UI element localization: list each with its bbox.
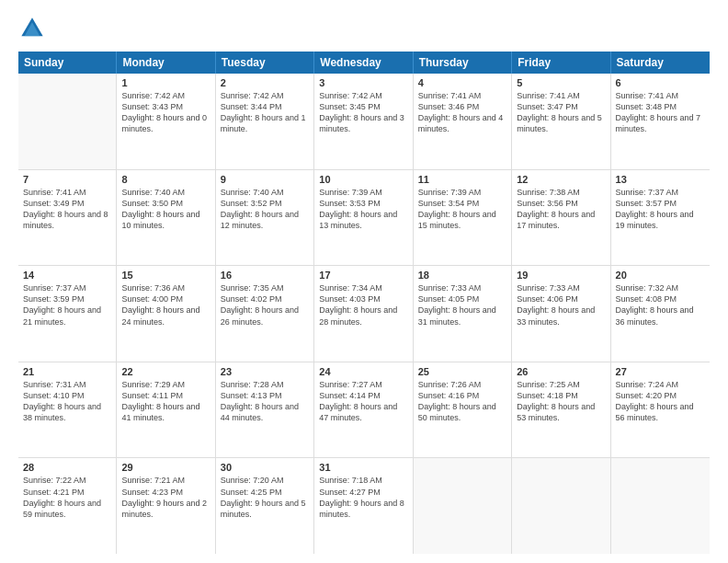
calendar-day-15: 15Sunrise: 7:36 AMSunset: 4:00 PMDayligh… <box>117 266 215 362</box>
calendar-empty-cell <box>414 458 512 554</box>
calendar-day-27: 27Sunrise: 7:24 AMSunset: 4:20 PMDayligh… <box>611 362 710 458</box>
calendar-day-23: 23Sunrise: 7:28 AMSunset: 4:13 PMDayligh… <box>216 362 314 458</box>
day-info: Sunrise: 7:34 AMSunset: 4:03 PMDaylight:… <box>319 282 407 327</box>
day-info: Sunrise: 7:42 AMSunset: 3:44 PMDaylight:… <box>221 90 309 135</box>
day-number: 21 <box>23 366 111 377</box>
calendar-day-19: 19Sunrise: 7:33 AMSunset: 4:06 PMDayligh… <box>512 266 610 362</box>
calendar-day-18: 18Sunrise: 7:33 AMSunset: 4:05 PMDayligh… <box>414 266 512 362</box>
day-number: 1 <box>121 77 210 88</box>
day-info: Sunrise: 7:21 AMSunset: 4:23 PMDaylight:… <box>121 475 210 520</box>
weekday-header-sunday: Sunday <box>18 52 117 74</box>
calendar-empty-cell <box>611 458 710 554</box>
day-number: 26 <box>517 366 605 377</box>
day-info: Sunrise: 7:22 AMSunset: 4:21 PMDaylight:… <box>23 475 111 520</box>
day-number: 2 <box>221 77 309 88</box>
calendar-day-1: 1Sunrise: 7:42 AMSunset: 3:43 PMDaylight… <box>117 74 215 169</box>
calendar-body: 1Sunrise: 7:42 AMSunset: 3:43 PMDaylight… <box>18 74 710 554</box>
day-number: 13 <box>616 174 705 185</box>
day-info: Sunrise: 7:37 AMSunset: 3:57 PMDaylight:… <box>616 187 705 232</box>
day-info: Sunrise: 7:28 AMSunset: 4:13 PMDaylight:… <box>221 379 309 424</box>
day-number: 28 <box>23 462 111 473</box>
day-number: 24 <box>319 366 407 377</box>
day-info: Sunrise: 7:31 AMSunset: 4:10 PMDaylight:… <box>23 379 111 424</box>
calendar-day-2: 2Sunrise: 7:42 AMSunset: 3:44 PMDaylight… <box>216 74 314 169</box>
day-info: Sunrise: 7:41 AMSunset: 3:47 PMDaylight:… <box>517 90 605 135</box>
calendar-row-1: 1Sunrise: 7:42 AMSunset: 3:43 PMDaylight… <box>18 74 710 170</box>
header <box>18 15 710 42</box>
day-number: 11 <box>418 174 506 185</box>
calendar-day-11: 11Sunrise: 7:39 AMSunset: 3:54 PMDayligh… <box>414 170 512 266</box>
day-info: Sunrise: 7:38 AMSunset: 3:56 PMDaylight:… <box>517 187 605 232</box>
day-info: Sunrise: 7:33 AMSunset: 4:06 PMDaylight:… <box>517 282 605 327</box>
calendar-empty-cell <box>512 458 610 554</box>
day-info: Sunrise: 7:24 AMSunset: 4:20 PMDaylight:… <box>616 379 705 424</box>
day-info: Sunrise: 7:20 AMSunset: 4:25 PMDaylight:… <box>221 475 309 520</box>
day-info: Sunrise: 7:39 AMSunset: 3:54 PMDaylight:… <box>418 187 506 232</box>
day-number: 30 <box>221 462 309 473</box>
calendar-day-3: 3Sunrise: 7:42 AMSunset: 3:45 PMDaylight… <box>314 74 413 169</box>
day-info: Sunrise: 7:42 AMSunset: 3:43 PMDaylight:… <box>121 90 210 135</box>
day-number: 10 <box>319 174 407 185</box>
day-number: 8 <box>121 174 210 185</box>
calendar-empty-cell <box>18 74 117 169</box>
calendar-day-29: 29Sunrise: 7:21 AMSunset: 4:23 PMDayligh… <box>117 458 215 554</box>
day-number: 6 <box>616 77 705 88</box>
day-info: Sunrise: 7:41 AMSunset: 3:48 PMDaylight:… <box>616 90 705 135</box>
calendar-day-9: 9Sunrise: 7:40 AMSunset: 3:52 PMDaylight… <box>216 170 314 266</box>
day-number: 16 <box>221 270 309 281</box>
day-number: 27 <box>616 366 705 377</box>
day-number: 22 <box>121 366 210 377</box>
calendar-day-5: 5Sunrise: 7:41 AMSunset: 3:47 PMDaylight… <box>512 74 610 169</box>
calendar-day-25: 25Sunrise: 7:26 AMSunset: 4:16 PMDayligh… <box>414 362 512 458</box>
day-number: 14 <box>23 270 111 281</box>
calendar-day-10: 10Sunrise: 7:39 AMSunset: 3:53 PMDayligh… <box>314 170 413 266</box>
calendar-day-20: 20Sunrise: 7:32 AMSunset: 4:08 PMDayligh… <box>611 266 710 362</box>
day-info: Sunrise: 7:35 AMSunset: 4:02 PMDaylight:… <box>221 282 309 327</box>
day-number: 25 <box>418 366 506 377</box>
calendar-day-8: 8Sunrise: 7:40 AMSunset: 3:50 PMDaylight… <box>117 170 215 266</box>
day-info: Sunrise: 7:42 AMSunset: 3:45 PMDaylight:… <box>319 90 407 135</box>
calendar-day-16: 16Sunrise: 7:35 AMSunset: 4:02 PMDayligh… <box>216 266 314 362</box>
page: SundayMondayTuesdayWednesdayThursdayFrid… <box>0 0 728 563</box>
day-info: Sunrise: 7:27 AMSunset: 4:14 PMDaylight:… <box>319 379 407 424</box>
logo <box>18 15 50 42</box>
day-info: Sunrise: 7:18 AMSunset: 4:27 PMDaylight:… <box>319 475 407 520</box>
day-number: 9 <box>221 174 309 185</box>
calendar-row-3: 14Sunrise: 7:37 AMSunset: 3:59 PMDayligh… <box>18 266 710 362</box>
weekday-header-tuesday: Tuesday <box>216 52 314 74</box>
day-number: 19 <box>517 270 605 281</box>
calendar-day-7: 7Sunrise: 7:41 AMSunset: 3:49 PMDaylight… <box>18 170 117 266</box>
day-info: Sunrise: 7:33 AMSunset: 4:05 PMDaylight:… <box>418 282 506 327</box>
calendar-day-6: 6Sunrise: 7:41 AMSunset: 3:48 PMDaylight… <box>611 74 710 169</box>
day-info: Sunrise: 7:40 AMSunset: 3:50 PMDaylight:… <box>121 187 210 232</box>
calendar-day-14: 14Sunrise: 7:37 AMSunset: 3:59 PMDayligh… <box>18 266 117 362</box>
calendar-day-31: 31Sunrise: 7:18 AMSunset: 4:27 PMDayligh… <box>314 458 413 554</box>
day-info: Sunrise: 7:25 AMSunset: 4:18 PMDaylight:… <box>517 379 605 424</box>
logo-icon <box>18 15 46 42</box>
day-number: 18 <box>418 270 506 281</box>
weekday-header-monday: Monday <box>117 52 215 74</box>
weekday-header-thursday: Thursday <box>414 52 512 74</box>
day-info: Sunrise: 7:37 AMSunset: 3:59 PMDaylight:… <box>23 282 111 327</box>
day-number: 23 <box>221 366 309 377</box>
day-info: Sunrise: 7:29 AMSunset: 4:11 PMDaylight:… <box>121 379 210 424</box>
calendar-day-4: 4Sunrise: 7:41 AMSunset: 3:46 PMDaylight… <box>414 74 512 169</box>
day-info: Sunrise: 7:39 AMSunset: 3:53 PMDaylight:… <box>319 187 407 232</box>
day-number: 20 <box>616 270 705 281</box>
day-info: Sunrise: 7:36 AMSunset: 4:00 PMDaylight:… <box>121 282 210 327</box>
calendar-day-13: 13Sunrise: 7:37 AMSunset: 3:57 PMDayligh… <box>611 170 710 266</box>
day-number: 5 <box>517 77 605 88</box>
calendar-header: SundayMondayTuesdayWednesdayThursdayFrid… <box>18 52 710 74</box>
day-number: 3 <box>319 77 407 88</box>
calendar-day-28: 28Sunrise: 7:22 AMSunset: 4:21 PMDayligh… <box>18 458 117 554</box>
day-info: Sunrise: 7:40 AMSunset: 3:52 PMDaylight:… <box>221 187 309 232</box>
calendar-day-26: 26Sunrise: 7:25 AMSunset: 4:18 PMDayligh… <box>512 362 610 458</box>
day-number: 7 <box>23 174 111 185</box>
calendar-day-24: 24Sunrise: 7:27 AMSunset: 4:14 PMDayligh… <box>314 362 413 458</box>
day-number: 29 <box>121 462 210 473</box>
calendar-day-22: 22Sunrise: 7:29 AMSunset: 4:11 PMDayligh… <box>117 362 215 458</box>
calendar-row-2: 7Sunrise: 7:41 AMSunset: 3:49 PMDaylight… <box>18 170 710 267</box>
weekday-header-saturday: Saturday <box>611 52 710 74</box>
calendar: SundayMondayTuesdayWednesdayThursdayFrid… <box>18 52 710 554</box>
calendar-row-4: 21Sunrise: 7:31 AMSunset: 4:10 PMDayligh… <box>18 362 710 459</box>
